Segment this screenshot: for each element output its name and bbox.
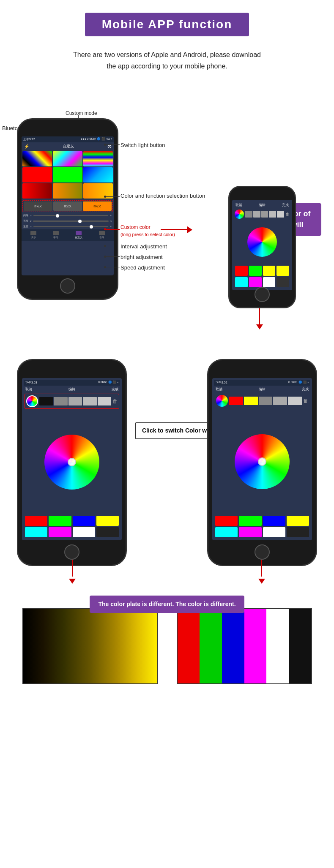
nav-learn: 学习	[53, 231, 59, 239]
speed-minus: －	[30, 225, 32, 229]
bc-white	[263, 277, 276, 287]
right-cancel: 取消	[216, 387, 222, 392]
right-plate-stripes	[178, 609, 311, 683]
left-wheel-area	[24, 410, 120, 514]
subtitle-line2: the app according to your mobile phone.	[107, 63, 227, 70]
speed-label: 速度	[23, 225, 28, 229]
app-header: ⚡ 自定义 ⏻	[22, 142, 114, 150]
bc-green	[249, 266, 262, 276]
right-sw-1	[229, 397, 243, 405]
power-icon: ⏻	[107, 144, 111, 149]
right-bc-white	[263, 527, 285, 537]
right-bottom-colors	[214, 514, 310, 539]
small-phone: 取消 编辑 完成 🗑	[228, 186, 296, 308]
left-edit-screen: 下午3:03 0.0Kb↑ 🔵 ⬛ ▪ 取消 编辑 完成	[22, 378, 122, 540]
right-swatches	[229, 397, 302, 405]
color-grid	[22, 150, 114, 199]
section3: The color plate is different. The color …	[0, 583, 334, 701]
right-phone-screen: 下午2:52 0.0Kb↑ 🔵 ⬛ ▪ 取消 编辑 完成	[212, 378, 312, 540]
color-func-line	[105, 196, 120, 197]
right-sw-3	[259, 397, 273, 405]
bright-label-ann: bright adjustment	[120, 253, 163, 261]
color-cell-8	[53, 183, 82, 199]
right-edit-screen: 下午2:52 0.0Kb↑ 🔵 ⬛ ▪ 取消 编辑 完成	[212, 378, 312, 540]
right-status-bar: 下午2:52 0.0Kb↑ 🔵 ⬛ ▪	[214, 380, 310, 386]
nav-custom-label: 自定义	[75, 236, 82, 239]
main-phone: 上午9:12 ●●● 0.0Kb↑ 🔵 ⬛ 4G ▪ ⚡ 自定义 ⏻	[17, 118, 118, 300]
small-wheel-icon	[235, 210, 244, 219]
right-bc-blue	[263, 516, 285, 526]
left-home-btn[interactable]	[64, 544, 79, 560]
right-home-btn[interactable]	[255, 544, 270, 560]
custom-cell-2: 自定义	[53, 201, 82, 211]
stripe-white	[266, 609, 289, 683]
left-sw-2	[54, 397, 67, 405]
swatch-1	[245, 211, 252, 218]
left-bc-red	[25, 516, 47, 526]
right-bc-red	[215, 516, 238, 526]
status-icons: ●●● 0.0Kb↑ 🔵 ⬛ 4G ▪	[81, 137, 112, 141]
right-color-plate	[177, 608, 312, 684]
nav-custom-icon	[76, 231, 82, 235]
section-arrow-down	[256, 324, 263, 329]
swatch-4	[269, 211, 276, 218]
left-edit-header: 取消 编辑 完成	[24, 386, 120, 393]
wheel-center	[68, 458, 76, 466]
nav-music-icon	[99, 231, 105, 235]
slider-interval: 间隔 － ＋	[22, 213, 114, 218]
small-color-wheel	[247, 227, 277, 257]
bright-line	[105, 256, 120, 257]
right-bc-yellow	[287, 516, 309, 526]
right-color-picker-row: 🗑	[215, 394, 309, 408]
interval-thumb[interactable]	[56, 214, 59, 218]
left-time: 下午3:03	[25, 381, 37, 385]
nav-music-label: 音乐	[99, 236, 104, 239]
plate-label-box: The color plate is different. The color …	[90, 596, 244, 613]
right-wheel-container	[235, 434, 290, 489]
right-delete-icon: 🗑	[303, 398, 308, 404]
section2: 下午3:03 0.0Kb↑ 🔵 ⬛ ▪ 取消 编辑 完成	[0, 346, 334, 583]
speed-thumb[interactable]	[90, 225, 93, 229]
stripe-blue	[222, 609, 244, 683]
right-edit-header: 取消 编辑 完成	[214, 386, 310, 393]
nav-mode-label: 演示	[31, 236, 36, 239]
nav-learn-label: 学习	[53, 236, 58, 239]
bc-red	[235, 266, 248, 276]
color-cell-5	[53, 167, 82, 182]
nav-custom: 自定义	[75, 231, 82, 239]
home-button[interactable]	[60, 278, 75, 294]
title-text: 自定义	[63, 144, 74, 149]
color-cell-6	[83, 167, 113, 182]
right-bc-green	[239, 516, 261, 526]
right-done: 完成	[302, 387, 309, 392]
plate-label-container: The color plate is different. The color …	[0, 583, 334, 600]
custom-cell-3: 自定义	[83, 201, 112, 211]
left-color-picker-row: 🗑	[25, 394, 119, 409]
left-sw-5	[98, 397, 111, 405]
small-home-btn[interactable]	[255, 287, 270, 302]
bc-yellow2	[277, 266, 289, 276]
left-bc-dark	[96, 527, 119, 537]
left-wheel-container	[44, 435, 99, 490]
right-wheel-center	[258, 457, 266, 466]
switch-light-line	[105, 144, 120, 145]
small-color-picker-row: 🗑	[234, 209, 290, 220]
section-arrow-line	[259, 308, 260, 325]
right-status-icons: 0.0Kb↑ 🔵 ⬛ ▪	[288, 381, 309, 385]
stripe-green	[200, 609, 222, 683]
header-section: Mobile APP function	[0, 0, 334, 45]
bright-track	[33, 220, 109, 222]
color-cell-4	[22, 167, 52, 182]
right-wheel-icon[interactable]	[216, 395, 228, 407]
status-bar: 上午9:12 ●●● 0.0Kb↑ 🔵 ⬛ 4G ▪	[22, 136, 114, 142]
left-wheel-icon[interactable]	[26, 395, 38, 407]
left-bc-green	[49, 516, 71, 526]
right-time: 下午2:52	[216, 381, 227, 385]
small-phone-screen: 取消 编辑 完成 🗑	[232, 200, 292, 290]
left-sw-4	[83, 397, 96, 405]
bc-magenta	[249, 277, 262, 287]
page-title: Mobile APP function	[85, 13, 249, 36]
interval-line	[105, 246, 120, 246]
custom-mode-label: Custom mode	[66, 110, 97, 117]
bright-thumb[interactable]	[78, 220, 82, 223]
